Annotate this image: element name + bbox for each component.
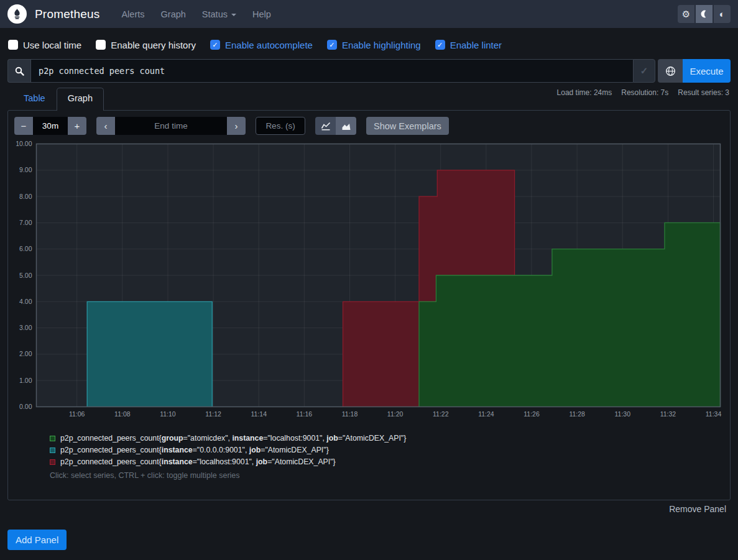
- checkbox-label: Enable highlighting: [342, 40, 421, 50]
- query-options-row: Use local timeEnable query history✓Enabl…: [8, 35, 502, 54]
- svg-text:11:30: 11:30: [615, 410, 631, 418]
- time-forward-button[interactable]: ›: [227, 117, 246, 135]
- chart-type-group: [315, 117, 356, 135]
- svg-text:6.00: 6.00: [19, 245, 32, 252]
- nav-item-status[interactable]: Status: [195, 4, 243, 24]
- svg-text:3.00: 3.00: [19, 324, 32, 331]
- legend-series-label: p2p_connected_peers_count{instance="loca…: [60, 457, 336, 466]
- svg-text:11:16: 11:16: [297, 410, 313, 418]
- add-panel-button[interactable]: Add Panel: [7, 530, 67, 550]
- svg-text:11:18: 11:18: [342, 410, 358, 418]
- app-title[interactable]: Prometheus: [35, 7, 99, 21]
- svg-text:11:08: 11:08: [114, 410, 131, 418]
- range-input[interactable]: [33, 117, 68, 135]
- checkbox-label: Use local time: [23, 40, 81, 50]
- legend-swatch-icon: [50, 448, 55, 453]
- checkbox-enable-highlighting[interactable]: ✓Enable highlighting: [327, 40, 421, 50]
- svg-text:11:24: 11:24: [478, 410, 494, 418]
- unchecked-checkbox-icon[interactable]: [96, 40, 106, 50]
- tab-graph[interactable]: Graph: [57, 88, 104, 111]
- stacked-chart-toggle-button[interactable]: [336, 117, 356, 135]
- svg-text:11:20: 11:20: [387, 410, 404, 418]
- query-row: ✓ Execute: [7, 59, 731, 83]
- graph-panel: − + ‹ › Show Exemplars 0.0: [7, 110, 731, 500]
- svg-text:11:34: 11:34: [706, 410, 722, 418]
- checkbox-label: Enable query history: [111, 40, 196, 50]
- chevron-down-icon: [231, 14, 236, 16]
- remove-panel-link[interactable]: Remove Panel: [669, 504, 726, 514]
- svg-text:11:32: 11:32: [660, 410, 676, 418]
- metrics-explorer-globe-button[interactable]: [658, 59, 683, 83]
- stacked-chart-icon: [341, 122, 351, 131]
- svg-text:7.00: 7.00: [19, 219, 32, 226]
- checkbox-label: Enable linter: [450, 40, 502, 50]
- result-series: Result series: 3: [678, 88, 729, 97]
- svg-text:4.00: 4.00: [19, 298, 32, 305]
- legend-item[interactable]: p2p_connected_peers_count{instance="0.0.…: [50, 446, 406, 454]
- search-icon: [7, 59, 30, 83]
- legend-swatch-icon: [50, 459, 55, 465]
- checkbox-enable-query-history[interactable]: Enable query history: [96, 40, 196, 50]
- checkbox-enable-autocomplete[interactable]: ✓Enable autocomplete: [210, 40, 313, 50]
- series-legend: p2p_connected_peers_count{group="atomicd…: [50, 434, 406, 466]
- legend-item[interactable]: p2p_connected_peers_count{instance="loca…: [50, 457, 406, 466]
- tab-table[interactable]: Table: [12, 88, 57, 111]
- svg-text:8.00: 8.00: [19, 193, 32, 200]
- end-time-input[interactable]: [115, 117, 227, 135]
- resolution: Resolution: 7s: [621, 88, 668, 97]
- prometheus-logo-icon[interactable]: [7, 4, 27, 24]
- endtime-group: ‹ ›: [96, 117, 246, 135]
- line-chart-icon: [321, 122, 331, 131]
- checkbox-use-local-time[interactable]: Use local time: [8, 40, 81, 50]
- svg-text:2.00: 2.00: [19, 350, 32, 357]
- checked-checkbox-icon[interactable]: ✓: [327, 40, 337, 50]
- query-stats: Load time: 24ms Resolution: 7s Result se…: [557, 88, 729, 97]
- svg-text:11:26: 11:26: [524, 410, 540, 418]
- svg-text:11:12: 11:12: [205, 410, 221, 418]
- execute-button[interactable]: Execute: [683, 59, 731, 83]
- theme-buttons: ⚙◐: [678, 5, 731, 23]
- svg-text:11:14: 11:14: [251, 410, 267, 418]
- show-exemplars-button[interactable]: Show Exemplars: [366, 117, 449, 135]
- legend-item[interactable]: p2p_connected_peers_count{group="atomicd…: [50, 434, 406, 443]
- legend-series-label: p2p_connected_peers_count{instance="0.0.…: [60, 446, 329, 454]
- svg-text:11:22: 11:22: [433, 410, 449, 418]
- time-back-button[interactable]: ‹: [96, 117, 115, 135]
- range-group: − +: [14, 117, 86, 135]
- main-nav: AlertsGraphStatusHelp: [114, 4, 277, 24]
- nav-item-graph[interactable]: Graph: [154, 4, 193, 24]
- result-tabs: TableGraph: [12, 88, 104, 111]
- legend-hint: Click: select series, CTRL + click: togg…: [50, 471, 240, 480]
- load-time: Load time: 24ms: [557, 88, 612, 97]
- globe-icon: [665, 66, 676, 76]
- graph-canvas[interactable]: 0.001.002.003.004.005.006.007.008.009.00…: [8, 140, 723, 419]
- checked-checkbox-icon[interactable]: ✓: [210, 40, 220, 50]
- svg-text:11:10: 11:10: [160, 410, 176, 418]
- dark-theme-moon-icon[interactable]: [696, 5, 713, 23]
- svg-text:1.00: 1.00: [19, 377, 32, 384]
- query-expression-input[interactable]: [30, 59, 633, 83]
- decrease-range-button[interactable]: −: [14, 117, 33, 135]
- checked-checkbox-icon[interactable]: ✓: [435, 40, 445, 50]
- increase-range-button[interactable]: +: [68, 117, 86, 135]
- checkbox-enable-linter[interactable]: ✓Enable linter: [435, 40, 502, 50]
- resolution-input[interactable]: [256, 117, 305, 135]
- auto-theme-contrast-icon[interactable]: ◐: [714, 5, 731, 23]
- settings-gear-icon[interactable]: ⚙: [678, 5, 694, 23]
- query-valid-check-icon: ✓: [633, 59, 655, 83]
- nav-item-alerts[interactable]: Alerts: [114, 4, 151, 24]
- unchecked-checkbox-icon[interactable]: [8, 40, 18, 50]
- legend-swatch-icon: [50, 436, 55, 441]
- line-chart-toggle-button[interactable]: [315, 117, 336, 135]
- svg-text:11:28: 11:28: [569, 410, 585, 418]
- graph-controls: − + ‹ › Show Exemplars: [14, 117, 449, 135]
- svg-text:11:06: 11:06: [69, 410, 85, 418]
- checkbox-label: Enable autocomplete: [225, 40, 313, 50]
- svg-text:9.00: 9.00: [19, 166, 32, 173]
- svg-text:10.00: 10.00: [16, 140, 32, 147]
- navbar: Prometheus AlertsGraphStatusHelp ⚙◐: [0, 0, 738, 28]
- svg-text:0.00: 0.00: [19, 403, 32, 410]
- nav-item-help[interactable]: Help: [246, 4, 278, 24]
- legend-series-label: p2p_connected_peers_count{group="atomicd…: [60, 434, 406, 443]
- svg-text:5.00: 5.00: [19, 272, 32, 279]
